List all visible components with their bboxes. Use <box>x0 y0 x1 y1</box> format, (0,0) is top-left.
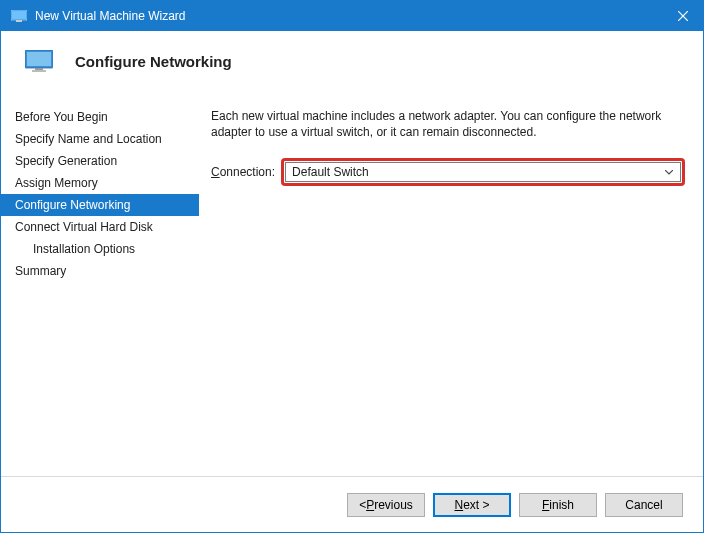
finish-button[interactable]: Finish <box>519 493 597 517</box>
svg-rect-6 <box>27 52 51 66</box>
sidebar-item-installation-options[interactable]: Installation Options <box>1 238 199 260</box>
sidebar-item-specify-generation[interactable]: Specify Generation <box>1 150 199 172</box>
footer: < Previous Next > Finish Cancel <box>1 476 703 532</box>
monitor-icon <box>23 49 55 73</box>
svg-rect-1 <box>12 11 26 19</box>
wizard-window: New Virtual Machine Wizard Configure Net… <box>0 0 704 533</box>
body: Before You BeginSpecify Name and Locatio… <box>1 96 703 476</box>
sidebar: Before You BeginSpecify Name and Locatio… <box>1 96 199 476</box>
page-title: Configure Networking <box>75 53 232 70</box>
sidebar-item-assign-memory[interactable]: Assign Memory <box>1 172 199 194</box>
sidebar-item-specify-name-and-location[interactable]: Specify Name and Location <box>1 128 199 150</box>
main-content: Each new virtual machine includes a netw… <box>199 96 703 476</box>
svg-rect-2 <box>16 20 22 22</box>
titlebar: New Virtual Machine Wizard <box>1 1 703 31</box>
description-text: Each new virtual machine includes a netw… <box>211 108 685 140</box>
svg-rect-8 <box>32 70 46 72</box>
connection-label: Connection: <box>211 165 275 179</box>
sidebar-item-connect-virtual-hard-disk[interactable]: Connect Virtual Hard Disk <box>1 216 199 238</box>
previous-button[interactable]: < Previous <box>347 493 425 517</box>
connection-value: Default Switch <box>292 165 662 179</box>
cancel-button[interactable]: Cancel <box>605 493 683 517</box>
titlebar-title: New Virtual Machine Wizard <box>35 9 663 23</box>
next-button[interactable]: Next > <box>433 493 511 517</box>
sidebar-item-configure-networking[interactable]: Configure Networking <box>1 194 199 216</box>
svg-rect-7 <box>35 68 43 70</box>
connection-select[interactable]: Default Switch <box>285 162 681 182</box>
app-icon <box>11 8 27 24</box>
sidebar-item-summary[interactable]: Summary <box>1 260 199 282</box>
sidebar-item-before-you-begin[interactable]: Before You Begin <box>1 106 199 128</box>
connection-row: Connection: Default Switch <box>211 158 685 186</box>
close-button[interactable] <box>663 1 703 31</box>
header: Configure Networking <box>1 31 703 96</box>
connection-highlight: Default Switch <box>281 158 685 186</box>
chevron-down-icon <box>662 170 676 175</box>
